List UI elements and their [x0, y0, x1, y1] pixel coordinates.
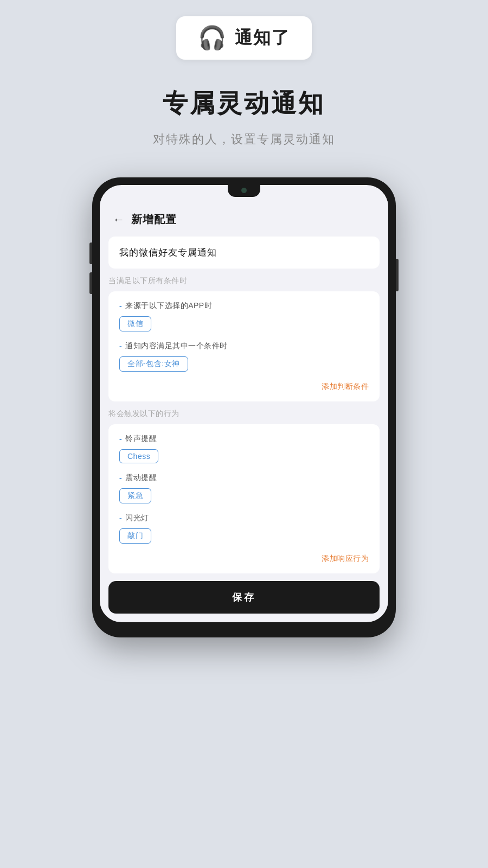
dash-icon: - — [119, 302, 122, 310]
phone-mockup: ← 新增配置 我的微信好友专属通知 当满足以下所有条件时 - 来源于以下选择的A… — [92, 177, 396, 637]
action-row-flash: - 闪光灯 敲门 — [119, 513, 369, 544]
hero-sub: 对特殊的人，设置专属灵动通知 — [153, 131, 335, 148]
action-ringtone-label-text: 铃声提醒 — [125, 434, 157, 444]
dash-icon-3: - — [119, 435, 122, 443]
save-button-label: 保存 — [232, 592, 256, 603]
volume-up-button — [89, 242, 92, 264]
ringtone-tag[interactable]: Chess — [119, 449, 158, 463]
condition-app-label-text: 来源于以下选择的APP时 — [125, 301, 212, 311]
dash-icon-4: - — [119, 474, 122, 482]
flash-tag[interactable]: 敲门 — [119, 528, 151, 544]
action-ringtone-label: - 铃声提醒 — [119, 434, 369, 444]
volume-down-button — [89, 272, 92, 294]
back-button[interactable]: ← — [113, 213, 125, 227]
action-flash-label-text: 闪光灯 — [125, 513, 149, 523]
action-row-vibration: - 震动提醒 紧急 — [119, 473, 369, 503]
add-condition-button[interactable]: 添加判断条件 — [322, 382, 369, 391]
dash-icon-2: - — [119, 342, 122, 350]
action-vibration-label: - 震动提醒 — [119, 473, 369, 483]
notif-title: 通知了 — [235, 26, 290, 50]
front-camera — [241, 188, 247, 193]
screen-header: ← 新增配置 — [100, 201, 388, 237]
add-action-button[interactable]: 添加响应行为 — [322, 554, 369, 563]
condition-content-label: - 通知内容满足其中一个条件时 — [119, 341, 369, 351]
condition-row-app: - 来源于以下选择的APP时 微信 — [119, 301, 369, 331]
action-flash-label: - 闪光灯 — [119, 513, 369, 523]
hero-heading: 专属灵动通知 — [163, 87, 325, 120]
conditions-section-label: 当满足以下所有条件时 — [108, 276, 380, 286]
screen-content: ← 新增配置 我的微信好友专属通知 当满足以下所有条件时 - 来源于以下选择的A… — [100, 185, 388, 614]
condition-row-content: - 通知内容满足其中一个条件时 全部-包含:女神 — [119, 341, 369, 372]
dash-icon-5: - — [119, 514, 122, 522]
action-vibration-label-text: 震动提醒 — [125, 473, 157, 483]
condition-content-label-text: 通知内容满足其中一个条件时 — [125, 341, 228, 351]
save-button-wrap[interactable]: 保存 — [108, 581, 380, 614]
vibration-tag[interactable]: 紧急 — [119, 488, 151, 503]
power-button — [396, 259, 399, 291]
phone-notch — [228, 185, 260, 197]
app-tag[interactable]: 微信 — [119, 316, 151, 331]
action-row-ringtone: - 铃声提醒 Chess — [119, 434, 369, 463]
config-name-input[interactable]: 我的微信好友专属通知 — [108, 237, 380, 269]
add-action-row: 添加响应行为 — [119, 553, 369, 564]
condition-app-label: - 来源于以下选择的APP时 — [119, 301, 369, 311]
content-tag[interactable]: 全部-包含:女神 — [119, 356, 188, 372]
config-name-value: 我的微信好友专属通知 — [119, 247, 217, 258]
actions-card: - 铃声提醒 Chess - 震动提醒 紧急 - — [108, 424, 380, 573]
add-condition-row: 添加判断条件 — [119, 381, 369, 392]
phone-screen: ← 新增配置 我的微信好友专属通知 当满足以下所有条件时 - 来源于以下选择的A… — [100, 185, 388, 622]
notification-card: 🎧 通知了 — [176, 16, 312, 60]
app-icon: 🎧 — [198, 27, 226, 49]
actions-section-label: 将会触发以下的行为 — [108, 409, 380, 419]
conditions-card: - 来源于以下选择的APP时 微信 - 通知内容满足其中一个条件时 全部-包含:… — [108, 291, 380, 401]
screen-title: 新增配置 — [131, 212, 177, 227]
